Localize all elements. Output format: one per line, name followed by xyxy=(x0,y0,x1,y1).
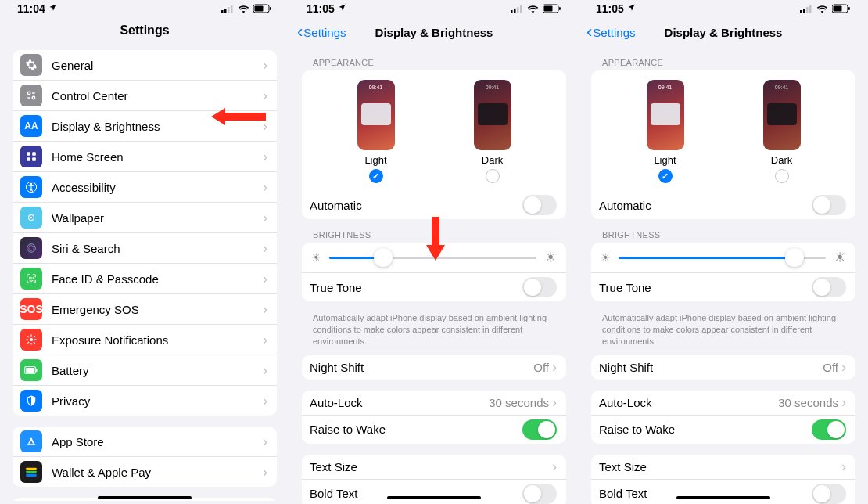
light-label: Light xyxy=(647,154,684,166)
truetone-toggle[interactable] xyxy=(522,277,557,297)
preview-light: 09:41 xyxy=(647,80,684,150)
status-time: 11:04 xyxy=(17,2,45,15)
truetone-label: True Tone xyxy=(599,281,812,294)
svg-rect-31 xyxy=(511,10,513,13)
dark-label: Dark xyxy=(763,154,801,166)
row-appstore[interactable]: App Store › xyxy=(13,427,277,457)
home-indicator[interactable] xyxy=(676,496,770,499)
row-label: Accessibility xyxy=(52,181,263,194)
preview-dark: 09:41 xyxy=(474,80,511,150)
row-accessibility[interactable]: Accessibility › xyxy=(13,172,277,203)
row-exposure[interactable]: Exposure Notifications › xyxy=(13,325,277,355)
row-nightshift[interactable]: Night Shift Off › xyxy=(591,355,855,380)
row-wallet[interactable]: Wallet & Apple Pay › xyxy=(13,457,277,487)
truetone-note: Automatically adapt iPhone display based… xyxy=(313,312,555,347)
brightness-slider-row: ☀︎ ☀︎ xyxy=(302,243,566,273)
appearance-light[interactable]: 09:41 Light xyxy=(647,80,684,183)
bold-toggle[interactable] xyxy=(522,484,557,504)
sun-small-icon: ☀︎ xyxy=(601,252,611,263)
automatic-toggle[interactable] xyxy=(812,195,846,215)
chevron-right-icon: › xyxy=(263,118,267,135)
appearance-light[interactable]: 09:41 Light xyxy=(357,80,395,183)
chevron-right-icon: › xyxy=(263,393,267,409)
svg-rect-39 xyxy=(800,10,802,13)
cellular-icon xyxy=(800,5,812,13)
nightshift-label: Night Shift xyxy=(310,361,533,374)
row-raise[interactable]: Raise to Wake xyxy=(302,416,566,444)
row-privacy[interactable]: Privacy › xyxy=(13,386,277,416)
truetone-toggle[interactable] xyxy=(812,277,846,297)
svg-rect-0 xyxy=(221,10,224,13)
row-siri[interactable]: Siri & Search › xyxy=(13,233,277,264)
appearance-dark[interactable]: 09:41 Dark xyxy=(763,80,801,183)
row-label: Siri & Search xyxy=(52,242,263,255)
row-faceid[interactable]: Face ID & Passcode › xyxy=(13,264,277,294)
row-bold[interactable]: Bold Text xyxy=(302,480,566,504)
row-bold[interactable]: Bold Text xyxy=(591,480,855,504)
chevron-right-icon: › xyxy=(263,362,267,379)
brightness-slider[interactable] xyxy=(329,257,536,259)
back-button[interactable]: ‹ Settings xyxy=(586,23,636,41)
svg-rect-11 xyxy=(27,157,30,161)
row-display-brightness[interactable]: AA Display & Brightness › xyxy=(13,111,277,142)
phone-display-low: 11:05 ‹ Settings Display & Brightness AP… xyxy=(289,0,579,504)
row-textsize[interactable]: Text Size › xyxy=(591,455,855,480)
row-general[interactable]: General › xyxy=(13,50,277,81)
dark-label: Dark xyxy=(474,154,511,166)
svg-point-17 xyxy=(27,244,36,253)
back-button[interactable]: ‹ Settings xyxy=(297,23,346,41)
display-content[interactable]: APPEARANCE 09:41 Light 09:41 Dark xyxy=(579,47,868,504)
automatic-label: Automatic xyxy=(599,199,812,212)
chevron-right-icon: › xyxy=(552,459,557,475)
truetone-note: Automatically adapt iPhone display based… xyxy=(602,312,845,347)
textsize-label: Text Size xyxy=(310,460,552,473)
row-raise[interactable]: Raise to Wake xyxy=(591,416,855,444)
row-battery[interactable]: Battery › xyxy=(13,355,277,386)
raise-toggle[interactable] xyxy=(812,419,846,440)
row-truetone[interactable]: True Tone xyxy=(591,273,855,301)
location-icon xyxy=(338,3,346,14)
appearance-chooser: 09:41 Light 09:41 Dark xyxy=(302,70,566,191)
autolock-value: 30 seconds xyxy=(489,396,549,409)
autolock-value: 30 seconds xyxy=(778,396,838,409)
row-textsize[interactable]: Text Size › xyxy=(302,455,566,480)
svg-rect-44 xyxy=(834,6,842,12)
chevron-right-icon: › xyxy=(263,464,267,481)
row-control-center[interactable]: Control Center › xyxy=(13,81,277,111)
home-indicator[interactable] xyxy=(387,496,481,499)
home-indicator[interactable] xyxy=(98,496,192,499)
row-label: Exposure Notifications xyxy=(52,333,263,347)
row-automatic[interactable]: Automatic xyxy=(302,191,566,219)
brightness-slider[interactable] xyxy=(619,257,826,259)
row-wallpaper[interactable]: Wallpaper › xyxy=(13,203,277,233)
row-label: Privacy xyxy=(52,394,263,408)
svg-rect-22 xyxy=(26,368,34,373)
bold-toggle[interactable] xyxy=(812,484,846,504)
svg-rect-23 xyxy=(27,444,36,445)
appearance-dark[interactable]: 09:41 Dark xyxy=(474,80,511,183)
raise-toggle[interactable] xyxy=(522,419,557,440)
row-label: Control Center xyxy=(52,89,263,103)
row-truetone[interactable]: True Tone xyxy=(302,273,566,301)
svg-rect-34 xyxy=(520,5,522,13)
svg-rect-12 xyxy=(32,157,36,161)
settings-content[interactable]: General › Control Center › AA Display & … xyxy=(0,44,289,501)
sos-icon: SOS xyxy=(20,298,42,320)
row-autolock[interactable]: Auto-Lock 30 seconds › xyxy=(591,391,855,416)
display-content[interactable]: APPEARANCE 09:41 Light 09:41 Dark xyxy=(289,47,579,504)
row-sos[interactable]: SOS Emergency SOS › xyxy=(13,294,277,325)
automatic-toggle[interactable] xyxy=(522,195,557,215)
svg-rect-9 xyxy=(27,152,30,156)
chevron-right-icon: › xyxy=(263,179,267,196)
row-nightshift[interactable]: Night Shift Off › xyxy=(302,355,566,380)
svg-rect-42 xyxy=(809,5,812,13)
chevron-right-icon: › xyxy=(841,394,846,411)
wifi-icon xyxy=(238,5,249,13)
row-autolock[interactable]: Auto-Lock 30 seconds › xyxy=(302,391,566,416)
svg-rect-3 xyxy=(231,5,233,13)
status-bar: 11:04 xyxy=(0,0,289,17)
unchecked-icon xyxy=(775,169,789,183)
battery-icon xyxy=(253,4,272,13)
row-home-screen[interactable]: Home Screen › xyxy=(13,142,277,172)
row-automatic[interactable]: Automatic xyxy=(591,191,855,219)
